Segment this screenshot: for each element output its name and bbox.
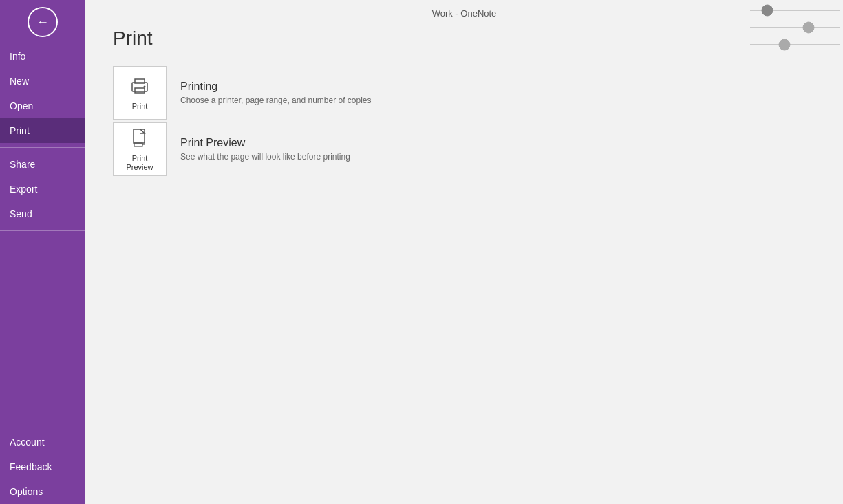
sidebar-item-share[interactable]: Share [0,152,85,177]
sidebar-item-open[interactable]: Open [0,94,85,118]
printing-tile-label: Print [132,102,148,111]
print-preview-option-desc: See what the page will look like before … [180,152,350,162]
printer-icon [129,74,151,99]
print-preview-option[interactable]: PrintPreview Print Preview See what the … [113,122,815,176]
sidebar-item-options[interactable]: Options [0,479,85,504]
printing-option-title: Printing [180,80,372,93]
sidebar: ← Info New Open Print Share Export Send … [0,0,85,504]
printing-tile[interactable]: Print [113,66,167,120]
svg-point-3 [803,22,814,33]
sidebar-item-account[interactable]: Account [0,430,85,454]
svg-rect-8 [135,88,145,93]
breadcrumb: Work - OneNote [432,8,497,19]
sidebar-item-new[interactable]: New [0,69,85,94]
sidebar-item-send[interactable]: Send [0,201,85,226]
svg-point-5 [779,39,790,50]
print-preview-icon [129,127,151,151]
main-content: Work - OneNote Print [85,0,843,504]
svg-point-1 [762,5,773,16]
printing-option-text: Printing Choose a printer, page range, a… [180,80,372,105]
svg-point-9 [144,86,146,88]
print-preview-option-text: Print Preview See what the page will loo… [180,137,350,162]
print-options-list: Print Printing Choose a printer, page ra… [113,66,815,179]
top-right-decoration [747,0,843,55]
page-title: Print [113,28,815,50]
nav-divider-2 [0,230,85,231]
printing-option-desc: Choose a printer, page range, and number… [180,96,372,105]
print-preview-tile[interactable]: PrintPreview [113,122,167,176]
sidebar-item-info[interactable]: Info [0,44,85,69]
sidebar-bottom: Account Feedback Options [0,430,85,504]
sidebar-item-print[interactable]: Print [0,118,85,143]
back-button[interactable]: ← [28,7,58,37]
back-arrow-icon: ← [36,16,49,28]
nav-divider-1 [0,147,85,148]
print-preview-option-title: Print Preview [180,137,350,149]
print-preview-tile-label: PrintPreview [126,154,153,172]
sidebar-item-feedback[interactable]: Feedback [0,454,85,479]
sidebar-item-export[interactable]: Export [0,177,85,201]
printing-option[interactable]: Print Printing Choose a printer, page ra… [113,66,815,120]
